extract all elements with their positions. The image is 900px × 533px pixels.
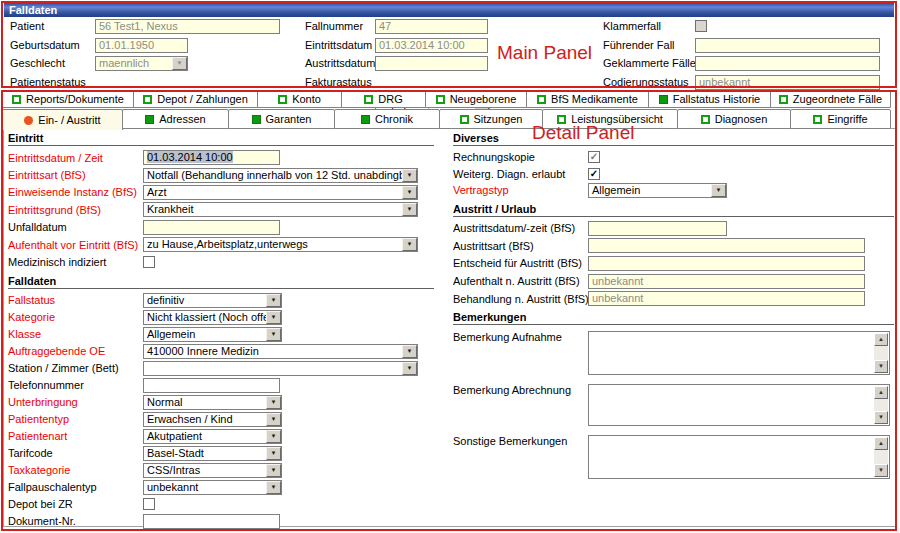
dropdown-arrow-icon[interactable]: ▼	[266, 328, 281, 341]
scroll-down-icon[interactable]: ▼	[874, 411, 888, 424]
green-filled-square-icon	[145, 115, 154, 124]
station-zimmer-select[interactable]: ▼	[143, 361, 418, 376]
eintrittsgrund-select[interactable]: Krankheit▼	[143, 202, 418, 217]
eintrittsdatum-zeit-input[interactable]: 01.03.2014 10:00	[143, 150, 280, 165]
scrollbar[interactable]: ▲▼	[874, 386, 888, 424]
tab-diagnosen[interactable]: Diagnosen	[677, 109, 791, 129]
patientenart-select[interactable]: Akutpatient▼	[143, 429, 282, 444]
tab-adressen[interactable]: Adressen	[122, 109, 229, 129]
codierungsstatus-input[interactable]: unbekannt	[695, 75, 880, 90]
fuehrender-fall-input[interactable]	[695, 38, 880, 53]
window-titlebar[interactable]: Falldaten	[4, 3, 894, 17]
tab-row-2: Ein- / Austritt Adressen Garanten Chroni…	[2, 109, 898, 129]
dropdown-arrow-icon[interactable]: ▼	[266, 396, 281, 409]
bemerkung-aufnahme-textarea[interactable]: ▲▼	[588, 331, 890, 375]
tab-garanten[interactable]: Garanten	[228, 109, 335, 129]
auftraggebende-oe-select[interactable]: 410000 Innere Medizin▼	[143, 344, 418, 359]
dropdown-arrow-icon[interactable]: ▼	[266, 413, 281, 426]
fallnummer-input[interactable]: 47	[375, 19, 488, 34]
eintrittsart-select[interactable]: Notfall (Behandlung innerhalb von 12 Std…	[143, 168, 418, 183]
tab-neugeborene[interactable]: Neugeborene	[425, 90, 527, 108]
eintrittsdatum-input[interactable]: 01.03.2014 10:00	[375, 38, 488, 53]
austrittsdatum-input[interactable]	[375, 56, 488, 71]
tab-bfs-medikamente[interactable]: BfS Medikamente	[526, 90, 649, 108]
green-filled-square-icon	[361, 115, 370, 124]
geschlecht-select[interactable]: maennlich ▼	[95, 56, 188, 71]
tab-chronik[interactable]: Chronik	[334, 109, 440, 129]
klammerfall-checkbox[interactable]	[695, 20, 707, 32]
unfalldatum-input[interactable]	[143, 220, 280, 235]
bemerkung-abrechnung-textarea[interactable]: ▲▼	[588, 384, 890, 426]
tab-zugeordnete-faelle[interactable]: Zugeordnete Fälle	[770, 90, 891, 108]
tarifcode-select[interactable]: Basel-Stadt▼	[143, 446, 282, 461]
scroll-up-icon[interactable]: ▲	[874, 386, 888, 399]
scrollbar[interactable]: ▲▼	[874, 437, 888, 477]
section-header-austritt: Austritt / Urlaub	[453, 203, 894, 217]
green-outline-square-icon	[12, 95, 21, 104]
rechnungskopie-checkbox[interactable]	[588, 151, 600, 163]
patiententyp-select[interactable]: Erwachsen / Kind▼	[143, 412, 282, 427]
dropdown-arrow-icon[interactable]: ▼	[266, 464, 281, 477]
tab-reports-dokumente[interactable]: Reports/Dokumente	[2, 90, 134, 108]
aufenthalt-vor-eintritt-label: Aufenthalt vor Eintritt (BfS)	[8, 239, 143, 251]
patient-input[interactable]: 56 Test1, Nexus	[95, 19, 280, 34]
dropdown-arrow-icon[interactable]: ▼	[402, 203, 417, 216]
dropdown-arrow-icon[interactable]: ▼	[172, 57, 187, 70]
section-header-falldaten: Falldaten	[8, 275, 434, 289]
scrollbar[interactable]: ▲▼	[874, 333, 888, 373]
dropdown-arrow-icon[interactable]: ▼	[711, 184, 726, 197]
tab-depot-zahlungen[interactable]: Depot / Zahlungen	[133, 90, 258, 108]
vertragstyp-select[interactable]: Allgemein▼	[588, 183, 727, 198]
scroll-up-icon[interactable]: ▲	[874, 437, 888, 450]
sonstige-bemerkungen-textarea[interactable]: ▲▼	[588, 435, 890, 479]
station-zimmer-label: Station / Zimmer (Bett)	[8, 362, 143, 374]
telefonnummer-input[interactable]	[143, 378, 280, 393]
fallpauschalentyp-select[interactable]: unbekannt▼	[143, 480, 282, 495]
tab-fallstatus-historie[interactable]: Fallstatus Historie	[648, 90, 771, 108]
green-filled-square-icon	[659, 95, 668, 104]
dokument-nr-input[interactable]	[143, 514, 280, 529]
dropdown-arrow-icon[interactable]: ▼	[402, 238, 417, 251]
depot-bei-zr-checkbox[interactable]	[143, 498, 155, 510]
geklammerte-faelle-input[interactable]	[695, 56, 880, 71]
austrittsart-input[interactable]	[588, 238, 865, 253]
taxkategorie-select[interactable]: CSS/Intras▼	[143, 463, 282, 478]
geburtsdatum-input[interactable]: 01.01.1950	[95, 38, 188, 53]
dropdown-arrow-icon[interactable]: ▼	[402, 345, 417, 358]
tab-drg[interactable]: DRG	[341, 90, 426, 108]
dropdown-arrow-icon[interactable]: ▼	[402, 169, 417, 182]
austrittsdatum-zeit-input[interactable]	[588, 221, 727, 236]
bemerkung-aufnahme-label: Bemerkung Aufnahme	[453, 331, 588, 344]
eintrittsdatum-zeit-label: Eintrittsdatum / Zeit	[8, 152, 143, 164]
scroll-down-icon[interactable]: ▼	[874, 360, 888, 373]
dropdown-arrow-icon[interactable]: ▼	[266, 294, 281, 307]
dropdown-arrow-icon[interactable]: ▼	[266, 430, 281, 443]
aufenthalt-vor-eintritt-select[interactable]: zu Hause,Arbeitsplatz,unterwegs▼	[143, 237, 418, 252]
tab-ein-austritt[interactable]: Ein- / Austritt	[2, 109, 123, 130]
unterbringung-select[interactable]: Normal▼	[143, 395, 282, 410]
dropdown-arrow-icon[interactable]: ▼	[266, 311, 281, 324]
dropdown-arrow-icon[interactable]: ▼	[402, 362, 417, 375]
medizinisch-indiziert-checkbox[interactable]	[143, 256, 155, 268]
tab-sitzungen[interactable]: Sitzungen	[439, 109, 543, 129]
tab-eingriffe[interactable]: Eingriffe	[790, 109, 891, 129]
einweisende-instanz-select[interactable]: Arzt▼	[143, 185, 418, 200]
behandlung-n-austritt-label: Behandlung n. Austritt (BfS)	[453, 293, 588, 305]
scroll-down-icon[interactable]: ▼	[874, 464, 888, 477]
kategorie-select[interactable]: Nicht klassiert (Noch offen)▼	[143, 310, 282, 325]
dropdown-arrow-icon[interactable]: ▼	[402, 186, 417, 199]
tab-konto[interactable]: Konto	[257, 90, 342, 108]
aufenthalt-n-austritt-input[interactable]: unbekannt	[588, 274, 865, 289]
detail-right-column: Diverses Rechnungskopie Weiterg. Diagn. …	[453, 132, 894, 488]
weiterg-diagn-checkbox[interactable]	[588, 168, 600, 180]
patientenart-label: Patientenart	[8, 430, 143, 442]
dropdown-arrow-icon[interactable]: ▼	[266, 481, 281, 494]
klasse-select[interactable]: Allgemein▼	[143, 327, 282, 342]
dropdown-arrow-icon[interactable]: ▼	[266, 447, 281, 460]
fallstatus-select[interactable]: definitiv▼	[143, 293, 282, 308]
behandlung-n-austritt-input[interactable]: unbekannt	[588, 291, 865, 306]
entscheid-austritt-input[interactable]	[588, 256, 865, 271]
tab-leistungsuebersicht[interactable]: Leistungsübersicht	[542, 109, 678, 129]
fakturastatus-label: Fakturastatus	[305, 75, 372, 90]
scroll-up-icon[interactable]: ▲	[874, 333, 888, 346]
